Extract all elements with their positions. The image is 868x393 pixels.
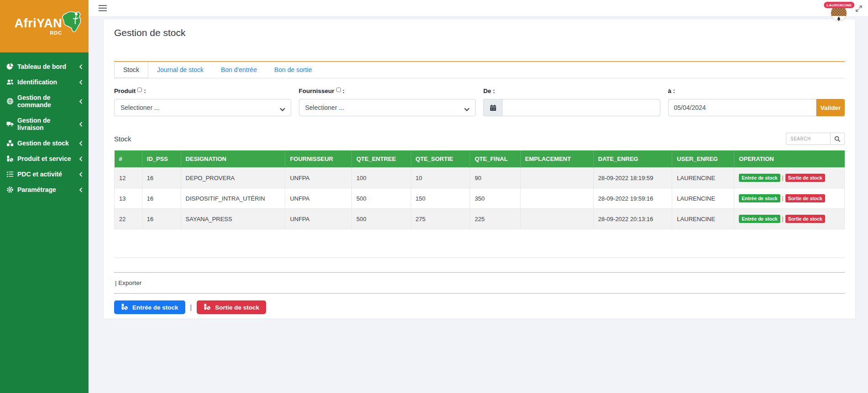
date-a-input[interactable] [668, 99, 817, 116]
produit-checkbox[interactable] [137, 88, 142, 92]
entree-de-stock-button[interactable]: Entrée de stock [114, 300, 185, 314]
table-header-row: # ID_PSS DESIGNATION FOURNISSEUR QTE_ENT… [115, 150, 845, 168]
tab-bon-dentree[interactable]: Bon d'entrée [212, 62, 266, 78]
hamburger-menu-icon[interactable] [99, 5, 107, 13]
sidebar-item-gestion-de-stock[interactable]: Gestion de stock [0, 135, 89, 151]
pills-icon [121, 303, 128, 312]
search-input[interactable] [786, 133, 831, 145]
sidebar-item-label: PDC et activité [17, 171, 62, 178]
table-empty-area [114, 229, 845, 258]
user-menu[interactable]: LAURENCINE [831, 5, 848, 22]
calendar-button[interactable] [483, 99, 502, 116]
col-date-enreg: DATE_ENREG [593, 150, 672, 168]
row-sortie-button[interactable]: Sortie de stock [785, 194, 825, 202]
sidebar-item-tableau-de-bord[interactable]: Tableau de bord [0, 59, 89, 74]
pills-icon [204, 303, 211, 312]
tab-stock[interactable]: Stock [114, 62, 148, 78]
stock-panel-title: Stock [114, 135, 131, 143]
chevron-down-icon [464, 105, 470, 113]
row-sortie-button[interactable]: Sortie de stock [785, 215, 825, 223]
col-qte-entree: QTE_ENTREE [351, 150, 411, 168]
table-search [786, 133, 845, 145]
col-qte-final: QTE_FINAL [470, 150, 520, 168]
chevron-left-icon [79, 141, 83, 146]
produit-label: Produit : [114, 88, 291, 95]
produit-filter: Produit : Selectioner ... [114, 88, 291, 116]
date-de-filter: De : [483, 88, 660, 116]
chevron-left-icon [79, 172, 83, 177]
col-user-enreg: USER_ENREG [672, 150, 734, 168]
sidebar-item-gestion-de-livraison[interactable]: Gestion de livraison [0, 113, 89, 135]
sidebar-item-identification[interactable]: Identification [0, 74, 89, 90]
logo-region: RDC [15, 30, 63, 36]
table-row: 12 16 DEPO_PROVERA UNFPA 100 10 90 28-09… [115, 168, 845, 188]
sidebar-item-label: Gestion de stock [17, 140, 69, 147]
col-id-pss: ID_PSS [142, 150, 181, 168]
sidebar-item-parametrage[interactable]: Paramétrage [0, 182, 89, 197]
globe-icon [6, 98, 14, 105]
row-entree-button[interactable]: Entrée de stock [739, 194, 780, 202]
sidebar-item-label: Gestion de commande [17, 94, 75, 109]
africa-map-icon [61, 11, 82, 37]
bottom-actions: Entrée de stock | Sortie de stock [114, 300, 845, 314]
tasks-icon [6, 171, 14, 178]
sidebar-item-label: Gestion de livraison [17, 117, 75, 131]
produit-select[interactable]: Selectioner ... [114, 99, 291, 116]
cubes-icon [6, 140, 14, 147]
col-qte-sortie: QTE_SORTIE [411, 150, 470, 168]
truck-icon [6, 120, 14, 128]
logo: AfriYAN RDC [0, 0, 89, 52]
row-entree-button[interactable]: Entrée de stock [739, 174, 780, 182]
pills-icon [6, 155, 14, 162]
col-operation: OPERATION [734, 150, 845, 168]
users-icon [6, 78, 14, 86]
sidebar-item-gestion-de-commande[interactable]: Gestion de commande [0, 90, 89, 113]
chevron-left-icon [79, 156, 83, 161]
chevron-left-icon [79, 122, 83, 127]
fournisseur-filter: Fournisseur : Selectioner ... [299, 88, 476, 116]
chevron-down-icon [280, 105, 285, 113]
top-navbar: LAURENCINE [89, 0, 868, 17]
sidebar-item-produit-et-service[interactable]: Produit et service [0, 151, 89, 166]
row-sortie-button[interactable]: Sortie de stock [785, 174, 825, 182]
a-label: à : [668, 88, 845, 95]
content-card: Gestion de stock Stock Journal de stock … [103, 19, 856, 319]
filter-bar: Produit : Selectioner ... Fournisseur [114, 88, 845, 116]
table-row: 13 16 DISPOSITIF_INTRA_UTÉRIN UNFPA 500 … [115, 188, 845, 209]
sidebar-item-label: Paramétrage [17, 186, 56, 193]
tab-bon-de-sortie[interactable]: Bon de sortie [266, 62, 321, 78]
tab-bar: Stock Journal de stock Bon d'entrée Bon … [114, 62, 845, 78]
tab-journal-de-stock[interactable]: Journal de stock [148, 62, 212, 78]
chevron-left-icon [79, 99, 83, 104]
stock-panel: Stock [114, 133, 845, 258]
sidebar-item-label: Tableau de bord [17, 63, 66, 70]
sidebar-item-label: Produit et service [17, 155, 71, 162]
exporter-link[interactable]: Exporter [118, 279, 141, 286]
main-content: Gestion de stock Stock Journal de stock … [89, 17, 868, 393]
tab-block: Stock Journal de stock Bon d'entrée Bon … [114, 61, 845, 314]
col-designation: DESIGNATION [181, 150, 285, 168]
fournisseur-select[interactable]: Selectioner ... [299, 99, 476, 116]
fullscreen-icon[interactable] [855, 5, 863, 14]
sidebar-item-label: Identification [17, 78, 57, 86]
date-de-input[interactable] [502, 99, 660, 116]
pie-chart-icon [6, 63, 14, 70]
gear-icon [6, 186, 14, 193]
col-num: # [115, 150, 142, 168]
export-row: | Exporter [114, 272, 845, 294]
valider-button[interactable]: Valider [816, 99, 845, 116]
logo-text: AfriYAN [15, 17, 63, 30]
de-label: De : [483, 88, 660, 95]
sidebar: AfriYAN RDC Tableau de bord [0, 0, 89, 393]
fournisseur-checkbox[interactable] [336, 88, 341, 92]
sidebar-item-pdc-et-activite[interactable]: PDC et activité [0, 166, 89, 182]
user-badge: LAURENCINE [824, 2, 854, 8]
row-entree-button[interactable]: Entrée de stock [739, 215, 780, 223]
fournisseur-label: Fournisseur : [299, 88, 476, 95]
search-button[interactable] [831, 133, 845, 145]
col-emplacement: EMPLACEMENT [520, 150, 593, 168]
table-row: 22 16 SAYANA_PRESS UNFPA 500 275 225 28-… [115, 209, 845, 229]
date-a-filter: à : Valider [668, 88, 845, 116]
sortie-de-stock-button[interactable]: Sortie de stock [197, 300, 266, 314]
sidebar-menu: Tableau de bord Identification Gestion d… [0, 52, 89, 197]
